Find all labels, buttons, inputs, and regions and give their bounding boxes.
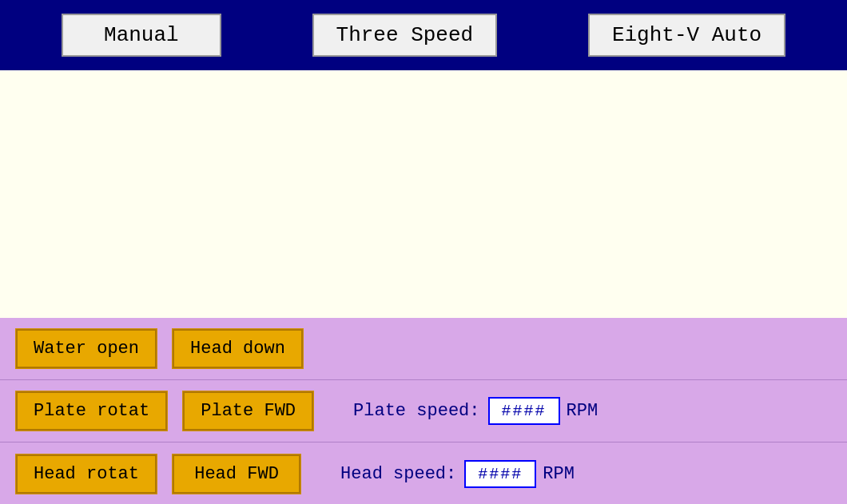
water-open-button[interactable]: Water open	[16, 329, 157, 368]
head-fwd-button[interactable]: Head FWD	[173, 454, 300, 494]
head-speed-input[interactable]	[464, 460, 536, 488]
nav-button-eight-v-auto[interactable]: Eight-V Auto	[588, 14, 785, 57]
control-row-water: Water open Head down	[0, 318, 847, 380]
nav-button-manual[interactable]: Manual	[62, 14, 221, 57]
head-rotat-button[interactable]: Head rotat	[16, 454, 157, 494]
control-row-head: Head rotat Head FWD Head speed: RPM	[0, 442, 847, 504]
plate-speed-input[interactable]	[488, 397, 560, 425]
control-row-plate: Plate rotat Plate FWD Plate speed: RPM	[0, 380, 847, 442]
nav-button-three-speed[interactable]: Three Speed	[312, 14, 498, 57]
head-speed-label: Head speed:	[340, 464, 456, 484]
main-content-area	[0, 70, 847, 318]
plate-rpm-label: RPM	[567, 401, 598, 421]
plate-speed-label: Plate speed:	[353, 401, 479, 421]
head-down-button[interactable]: Head down	[173, 329, 303, 368]
head-rpm-label: RPM	[543, 464, 575, 484]
plate-rotat-button[interactable]: Plate rotat	[16, 391, 167, 431]
control-panel: Water open Head down Plate rotat Plate F…	[0, 318, 847, 504]
plate-fwd-button[interactable]: Plate FWD	[183, 391, 313, 431]
nav-bar: Manual Three Speed Eight-V Auto	[0, 0, 847, 70]
